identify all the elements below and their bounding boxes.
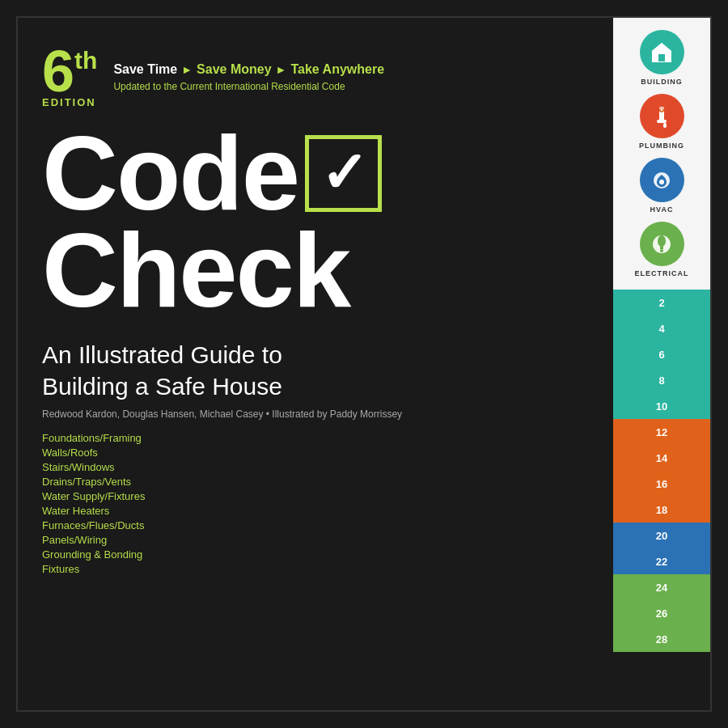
edition-label: EDITION [42,96,96,108]
authors: Redwood Kardon, Douglas Hansen, Michael … [42,408,589,420]
tab-22: 22 [613,548,710,574]
chapter-foundations: Foundations/Framing [42,432,589,444]
page-tabs: 2 4 6 8 10 12 14 16 18 20 22 24 26 28 [613,290,710,710]
chapter-drains: Drains/Traps/Vents [42,476,589,488]
electrical-icon [649,231,675,257]
electrical-label: ELECTRICAL [635,269,689,277]
tab-6: 6 [613,341,710,367]
tab-16: 16 [613,471,710,497]
svg-rect-10 [660,246,663,249]
hvac-label: HVAC [650,205,674,214]
icons-section: BUILDING PLUMBING [613,18,710,290]
svg-point-7 [659,180,664,184]
tab-28: 28 [613,626,710,652]
checkbox-icon: ✓ [305,135,382,212]
chapter-fixtures: Fixtures [42,563,589,575]
chapter-grounding: Grounding & Bonding [42,548,589,561]
updated-text: Updated to the Current International Res… [113,81,384,92]
hvac-icon [649,167,675,193]
building-icon [649,40,675,66]
tab-8: 8 [613,367,710,393]
take-anywhere-label: Take Anywhere [290,62,384,77]
building-icon-circle [640,30,684,74]
svg-point-11 [660,249,663,252]
svg-rect-1 [658,54,665,61]
svg-point-9 [658,235,666,247]
edition-number: 6th [42,42,97,100]
chapter-walls: Walls/Roofs [42,447,589,459]
tagline-section: Save Time ► Save Money ► Take Anywhere U… [113,42,384,92]
chapters-list: Foundations/Framing Walls/Roofs Stairs/W… [42,432,589,575]
hvac-icon-circle [640,158,684,202]
electrical-icon-circle [640,222,684,266]
title-check: Check [42,218,589,323]
tab-4: 4 [613,315,710,341]
svg-rect-4 [663,123,667,128]
tab-14: 14 [613,445,710,471]
plumbing-icon-circle [640,94,684,138]
arrow1: ► [181,63,193,76]
subtitle: An Illustrated Guide toBuilding a Safe H… [42,339,589,402]
arrow2: ► [276,63,287,76]
plumbing-label: PLUMBING [639,142,684,150]
plumbing-icon [649,104,675,129]
main-content: 6th EDITION Save Time ► Save Money ► Tak… [18,18,613,710]
hvac-icon-item: HVAC [640,158,684,214]
building-icon-item: BUILDING [640,30,684,86]
tab-18: 18 [613,497,710,523]
title-section: Code ✓ Check [42,121,589,323]
save-time-label: Save Time [113,62,177,77]
checkmark: ✓ [320,145,366,201]
tab-26: 26 [613,600,710,626]
tab-20: 20 [613,523,710,548]
tab-24: 24 [613,574,710,600]
chapter-water-heaters: Water Heaters [42,505,589,517]
save-money-label: Save Money [197,62,271,77]
chapter-water-supply: Water Supply/Fixtures [42,490,589,502]
svg-rect-3 [657,120,667,123]
tab-2: 2 [613,290,710,315]
chapter-panels: Panels/Wiring [42,534,589,546]
edition-badge: 6th EDITION [42,42,97,108]
plumbing-icon-item: PLUMBING [639,94,684,150]
chapter-furnaces: Furnaces/Flues/Ducts [42,519,589,531]
title-code-row: Code ✓ [42,121,589,226]
book-cover: 6th EDITION Save Time ► Save Money ► Tak… [16,16,712,712]
chapter-stairs: Stairs/Windows [42,461,589,473]
electrical-icon-item: ELECTRICAL [635,222,689,277]
tab-12: 12 [613,419,710,445]
top-section: 6th EDITION Save Time ► Save Money ► Tak… [42,42,589,108]
tagline-row: Save Time ► Save Money ► Take Anywhere [113,62,384,77]
tab-10: 10 [613,393,710,419]
building-label: BUILDING [641,78,683,86]
right-panel: BUILDING PLUMBING [613,18,710,710]
